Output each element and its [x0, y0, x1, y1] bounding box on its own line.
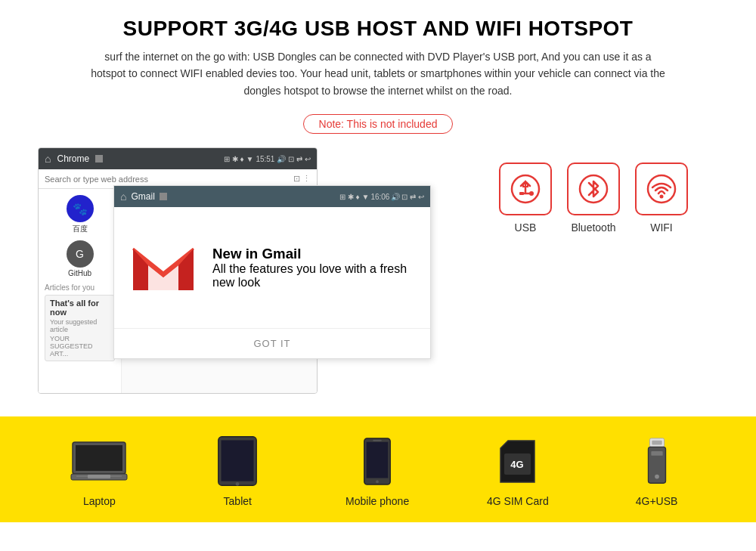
gmail-stop-btn[interactable]: [160, 193, 167, 200]
chrome-time: 15:51: [256, 155, 274, 163]
gmail-app-label: Gmail: [131, 191, 154, 202]
svg-point-30: [655, 474, 659, 478]
card-body: Your suggested article: [50, 318, 110, 333]
chrome-home-icon[interactable]: ⌂: [45, 153, 51, 165]
phone-svg: [362, 437, 392, 486]
gmail-content: New in Gmail All the features you love w…: [114, 207, 430, 328]
content-row: ⌂ Chrome ⊞ ✱ ♦ ▼ 15:51 🔊 ⊡ ⇄ ↩ ⊡ ⋮ 🐾: [0, 147, 756, 409]
gmail-time: 16:06: [370, 193, 389, 201]
phone-icon: [347, 435, 407, 488]
svg-rect-23: [373, 439, 381, 441]
svg-point-11: [660, 195, 664, 199]
wifi-icon-item: WIFI: [635, 163, 688, 234]
note-container: Note: This is not included: [0, 114, 756, 134]
svg-rect-6: [519, 192, 524, 195]
wifi-icon-box: [635, 163, 688, 215]
baidu-icon[interactable]: 🐾: [67, 195, 94, 222]
gmail-vol: 🔊: [391, 193, 400, 201]
gmail-text-area: New in Gmail All the features you love w…: [212, 246, 415, 289]
yellow-devices-section: Laptop Tablet Mobile phone: [0, 416, 756, 522]
svg-point-7: [529, 191, 534, 196]
gmail-status: ⊞ ✱ ♦ ▼ 16:06 🔊 ⊡ ⇄ ↩: [339, 193, 424, 201]
main-title: SUPPORT 3G/4G USB HOST AND WIFI HOTSPOT: [0, 0, 756, 48]
gmail-home-icon[interactable]: ⌂: [120, 190, 126, 203]
svg-rect-29: [651, 451, 662, 456]
svg-rect-13: [76, 445, 122, 471]
sim-device-item: 4G 4G SIM Card: [487, 435, 549, 507]
usb-drive-svg: [642, 437, 672, 486]
tablet-icon: [207, 435, 268, 488]
svg-rect-15: [88, 475, 110, 478]
articles-label: Articles for you: [45, 283, 115, 292]
baidu-icon-item: 🐾 百度: [45, 195, 115, 234]
svg-point-22: [376, 480, 379, 483]
usb-symbol: [510, 174, 541, 204]
tablet-device-item: Tablet: [207, 435, 268, 507]
svg-text:4G: 4G: [511, 459, 524, 470]
bluetooth-icon-box: [567, 163, 620, 215]
gmail-status-icons: ⊞ ✱ ♦ ▼: [339, 193, 369, 201]
laptop-label: Laptop: [83, 495, 116, 507]
card-title: That's all for now: [50, 299, 110, 317]
chrome-btns: ⊡ ⇄ ↩: [288, 155, 311, 163]
sim-icon: 4G: [488, 435, 548, 488]
github-icon-item: G GitHub: [45, 240, 115, 277]
usb-label: USB: [515, 221, 537, 234]
bluetooth-label: Bluetooth: [571, 221, 615, 234]
gmail-title: New in Gmail: [212, 246, 415, 262]
sim-label: 4G SIM Card: [487, 495, 549, 507]
gmail-logo: [129, 234, 197, 302]
thats-all-card: That's all for now Your suggested articl…: [45, 295, 115, 361]
gmail-overlay: ⌂ Gmail ⊞ ✱ ♦ ▼ 16:06 🔊 ⊡ ⇄ ↩: [113, 185, 431, 359]
chrome-stop-btn[interactable]: [95, 155, 103, 163]
usb-drive-icon: [627, 435, 687, 488]
svg-rect-27: [652, 440, 662, 444]
browser-section: ⌂ Chrome ⊞ ✱ ♦ ▼ 15:51 🔊 ⊡ ⇄ ↩ ⊡ ⋮ 🐾: [38, 147, 476, 394]
baidu-label: 百度: [73, 224, 88, 234]
wifi-symbol: [646, 174, 677, 204]
gmail-got-it-button[interactable]: GOT IT: [114, 328, 430, 358]
gmail-toolbar: ⌂ Gmail ⊞ ✱ ♦ ▼ 16:06 🔊 ⊡ ⇄ ↩: [114, 186, 430, 207]
gmail-body: All the features you love with a fresh n…: [212, 262, 415, 289]
chrome-icons: ⊞ ✱ ♦ ▼: [224, 155, 253, 163]
connectivity-icons-section: USB Bluetooth: [499, 147, 688, 234]
wifi-label: WIFI: [650, 221, 673, 234]
phone-device-item: Mobile phone: [345, 435, 409, 507]
phone-label: Mobile phone: [345, 495, 409, 507]
bluetooth-icon-item: Bluetooth: [567, 163, 620, 234]
laptop-svg: [69, 438, 129, 484]
gmail-nav-btns: ⊡ ⇄ ↩: [401, 193, 424, 201]
svg-rect-21: [367, 441, 389, 478]
sim-svg: 4G: [497, 437, 538, 486]
svg-point-19: [236, 482, 240, 486]
chrome-app-label: Chrome: [57, 153, 89, 164]
usb-drive-device-item: 4G+USB: [627, 435, 687, 507]
laptop-device-item: Laptop: [69, 435, 129, 507]
usb-icon-box: [499, 163, 552, 215]
tablet-label: Tablet: [224, 495, 252, 507]
svg-point-10: [648, 175, 675, 203]
bluetooth-symbol: [578, 174, 609, 204]
github-icon[interactable]: G: [67, 240, 94, 268]
usb-icon-item: USB: [499, 163, 552, 234]
address-input[interactable]: [45, 175, 293, 184]
note-text: Note: This is not included: [303, 114, 454, 134]
card-extra: YOUR SUGGESTED ART...: [50, 335, 110, 358]
chrome-toolbar: ⌂ Chrome ⊞ ✱ ♦ ▼ 15:51 🔊 ⊡ ⇄ ↩: [39, 148, 317, 169]
subtitle-text: surf the internet on the go with: USB Do…: [0, 48, 756, 108]
address-icons: ⊡ ⋮: [293, 174, 311, 184]
icon-row: USB Bluetooth: [499, 163, 688, 234]
apps-sidebar: 🐾 百度 G GitHub Articles for you That's al…: [39, 189, 122, 393]
tablet-svg: [215, 435, 260, 488]
github-label: GitHub: [68, 269, 91, 277]
laptop-icon: [69, 435, 129, 488]
chrome-vol: 🔊: [277, 155, 286, 163]
svg-rect-18: [222, 441, 254, 481]
chrome-status: ⊞ ✱ ♦ ▼ 15:51 🔊 ⊡ ⇄ ↩: [224, 155, 311, 163]
usb-drive-label: 4G+USB: [636, 495, 678, 507]
